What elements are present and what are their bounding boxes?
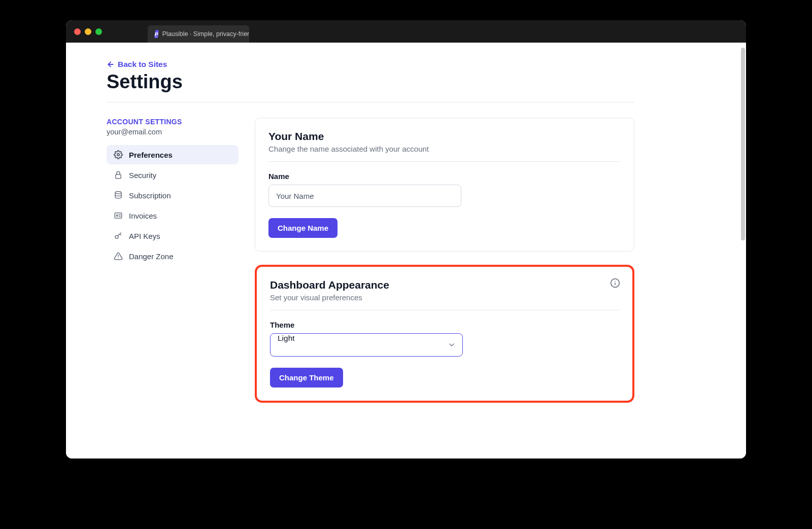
sidebar-item-label: API Keys	[129, 232, 160, 240]
titlebar: P Plausible · Simple, privacy-frien	[66, 20, 746, 43]
sidebar-item-label: Security	[129, 171, 156, 180]
arrow-left-icon	[107, 60, 115, 68]
receipt-icon	[114, 211, 123, 220]
divider	[107, 102, 634, 102]
back-to-sites-link[interactable]: Back to Sites	[107, 60, 167, 69]
page-title: Settings	[107, 71, 634, 93]
back-link-label: Back to Sites	[118, 60, 167, 69]
sidebar-item-danger-zone[interactable]: Danger Zone	[107, 246, 239, 266]
your-name-card: Your Name Change the name associated wit…	[255, 118, 634, 252]
card-description: Set your visual preferences	[270, 293, 619, 302]
gear-icon	[114, 150, 123, 159]
theme-select[interactable]: Light	[270, 333, 463, 357]
sidebar-item-security[interactable]: Security	[107, 165, 239, 185]
divider	[270, 310, 619, 310]
app-window: P Plausible · Simple, privacy-frien Back…	[66, 20, 746, 459]
browser-tab[interactable]: P Plausible · Simple, privacy-frien	[148, 25, 249, 43]
sidebar-heading: ACCOUNT SETTINGS	[107, 118, 239, 126]
divider	[268, 161, 621, 162]
tab-title: Plausible · Simple, privacy-frien	[162, 30, 249, 38]
sidebar-email: your@email.com	[107, 128, 239, 136]
svg-point-3	[115, 192, 121, 194]
card-description: Change the name associated with your acc…	[268, 145, 621, 153]
info-icon[interactable]	[610, 278, 620, 288]
sidebar-item-label: Invoices	[129, 211, 157, 220]
key-icon	[114, 231, 123, 240]
sidebar: ACCOUNT SETTINGS your@email.com Preferen…	[107, 118, 239, 403]
svg-point-5	[116, 215, 118, 217]
svg-point-1	[117, 154, 120, 156]
sidebar-item-preferences[interactable]: Preferences	[107, 145, 239, 164]
sidebar-item-invoices[interactable]: Invoices	[107, 206, 239, 225]
change-name-button[interactable]: Change Name	[268, 218, 337, 238]
sidebar-item-api-keys[interactable]: API Keys	[107, 226, 239, 245]
plausible-favicon-icon: P	[154, 30, 159, 38]
dashboard-appearance-card: Dashboard Appearance Set your visual pre…	[255, 265, 634, 403]
card-title: Dashboard Appearance	[270, 279, 619, 291]
minimize-window-button[interactable]	[85, 28, 91, 35]
database-icon	[114, 191, 123, 200]
sidebar-item-subscription[interactable]: Subscription	[107, 186, 239, 205]
change-theme-button[interactable]: Change Theme	[270, 368, 343, 387]
sidebar-item-label: Subscription	[129, 191, 171, 200]
scrollbar[interactable]	[741, 48, 745, 240]
lock-icon	[114, 170, 123, 180]
sidebar-item-label: Danger Zone	[129, 252, 174, 261]
window-controls	[74, 28, 102, 35]
sidebar-item-label: Preferences	[129, 151, 173, 159]
maximize-window-button[interactable]	[95, 28, 102, 35]
close-window-button[interactable]	[74, 28, 81, 35]
theme-field-label: Theme	[270, 321, 619, 329]
name-field-label: Name	[268, 172, 621, 181]
name-input[interactable]	[268, 185, 461, 207]
card-title: Your Name	[268, 130, 621, 143]
warning-icon	[114, 252, 123, 261]
svg-rect-2	[116, 174, 121, 179]
